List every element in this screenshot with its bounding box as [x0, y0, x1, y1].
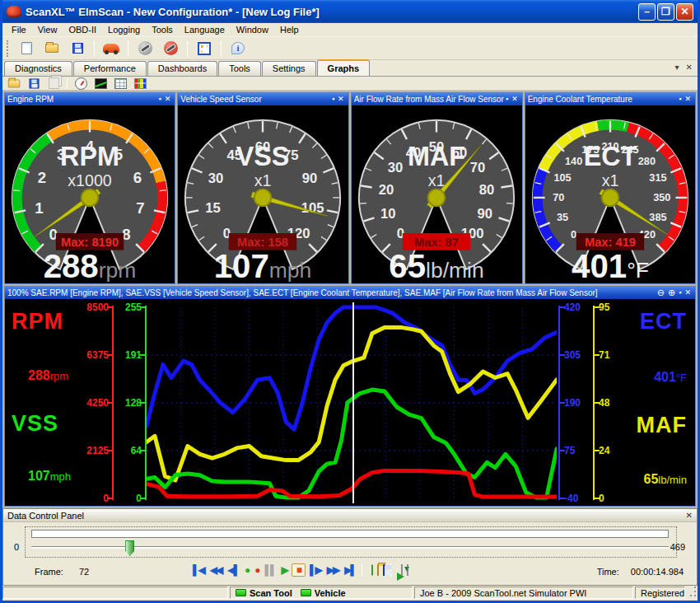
new-file-button[interactable]	[16, 39, 37, 58]
data-control-panel: Data Control Panel ✕ 0 469 Frame: 72 ▌◀◀…	[2, 508, 698, 586]
gauge-restore-icon[interactable]: ▪	[504, 94, 510, 105]
gauge-close-icon[interactable]: ✕	[336, 94, 346, 105]
table-view-icon	[114, 78, 127, 89]
gauge-titlebar[interactable]: Air Flow Rate from Mass Air Flow Sensor▪…	[352, 93, 522, 105]
tab-dashboards[interactable]: Dashboards	[147, 61, 217, 76]
tab-overflow-icon[interactable]: ▾	[675, 63, 679, 72]
tab-tools[interactable]: Tools	[218, 61, 261, 76]
dcp-titlebar[interactable]: Data Control Panel ✕	[3, 509, 697, 522]
dcp-close-icon[interactable]: ✕	[686, 511, 693, 520]
save-log-button[interactable]	[383, 565, 385, 575]
tab-performance[interactable]: Performance	[73, 61, 147, 76]
vehicle-button[interactable]	[100, 39, 122, 58]
new-file-icon	[371, 564, 373, 576]
open-config-button[interactable]	[6, 76, 22, 91]
resize-grip[interactable]	[687, 587, 698, 599]
minimize-button[interactable]: –	[638, 3, 656, 21]
svg-text:20: 20	[379, 182, 394, 198]
log-grid-button[interactable]	[407, 565, 408, 575]
copy-button[interactable]	[45, 76, 62, 91]
gauge-titlebar[interactable]: Vehicle Speed Sensor▪✕	[178, 93, 348, 105]
gauge-close-icon[interactable]: ✕	[683, 94, 693, 105]
svg-text:2: 2	[38, 169, 46, 186]
open-log-button[interactable]	[377, 565, 379, 575]
log-overview-bar[interactable]	[31, 530, 669, 538]
gauge-maf: 0102030405060708090100MAFx1Max: 8765lb/m…	[353, 107, 520, 282]
graph-close-icon[interactable]: ✕	[683, 287, 693, 298]
skip-first-button[interactable]: ▌◀	[191, 563, 206, 577]
menu-tools[interactable]: Tools	[146, 24, 179, 35]
svg-text:7: 7	[137, 199, 145, 217]
new-log-button[interactable]	[371, 565, 373, 575]
gauge-titlebar[interactable]: Engine Coolant Temperature▪✕	[525, 93, 695, 105]
skip-last-button[interactable]: ▶▌	[343, 563, 357, 577]
play-button[interactable]: ▶	[279, 563, 288, 577]
tabstrip-close-icon[interactable]: ✕	[686, 63, 693, 72]
open-file-button[interactable]	[41, 39, 63, 58]
rpm-tick-label: 8500	[81, 302, 109, 313]
save-config-button[interactable]	[26, 76, 42, 91]
svg-text:1: 1	[35, 199, 43, 217]
transport-controls: ▌◀◀◀◀▌●●▌▌▶■▌▶▶▶▶▌	[191, 563, 408, 577]
gauge-restore-icon[interactable]: ▪	[330, 94, 336, 105]
rpm-tick-label: 4250	[81, 397, 109, 409]
zoom-out-icon[interactable]: ⊖	[656, 287, 666, 298]
step-back-button[interactable]: ◀▌	[226, 563, 240, 577]
connect-button[interactable]	[134, 39, 156, 58]
menu-window[interactable]: Window	[231, 24, 274, 35]
rpm-legend-label: RPM	[12, 309, 63, 334]
graphs-toolbar	[2, 77, 698, 91]
ect-tick-label: 305	[564, 349, 597, 361]
graph-titlebar[interactable]: 100% SAE.RPM [Engine RPM], SAE.VSS [Vehi…	[5, 287, 695, 299]
connection-status-panel: Scan Tool Vehicle	[230, 587, 413, 599]
gauge-view-button[interactable]	[72, 76, 89, 91]
export-log-button[interactable]	[401, 565, 403, 575]
menu-obdii[interactable]: OBD-II	[63, 24, 102, 35]
graph-view-button[interactable]	[92, 76, 109, 91]
menu-help[interactable]: Help	[274, 24, 305, 35]
fast-forward-button[interactable]: ▶▶	[325, 563, 340, 577]
menu-file[interactable]: File	[6, 24, 32, 35]
series-sae-maf	[147, 327, 557, 480]
menu-logging[interactable]: Logging	[102, 24, 146, 35]
pause-button[interactable]: ▌▌	[263, 563, 277, 577]
close-button[interactable]: ✕	[676, 3, 693, 21]
svg-text:VSS: VSS	[236, 142, 290, 171]
layout-icon	[198, 42, 211, 55]
vehicle-status: Vehicle	[315, 588, 346, 598]
stop-button[interactable]: ■	[295, 563, 302, 577]
graph-plot[interactable]	[147, 299, 557, 506]
dashboard-view-button[interactable]	[132, 76, 148, 91]
record-sensor-button[interactable]: ●	[243, 563, 250, 577]
tab-diagnostics[interactable]: Diagnostics	[4, 61, 72, 76]
rewind-button[interactable]: ◀◀	[208, 563, 223, 577]
maximize-button[interactable]: ❐	[657, 3, 674, 21]
graph-restore-icon[interactable]: ▪	[677, 287, 683, 298]
tab-settings[interactable]: Settings	[262, 61, 316, 76]
step-forward-button[interactable]: ▌▶	[308, 563, 323, 577]
record-button[interactable]: ●	[253, 563, 260, 577]
dcp-title: Data Control Panel	[7, 511, 686, 521]
ect-tick-label: -40	[564, 493, 597, 504]
svg-text:385: 385	[649, 211, 666, 223]
ect-tick-label: 420	[564, 302, 597, 313]
menu-language[interactable]: Language	[179, 24, 231, 35]
info-button[interactable]: i	[227, 39, 249, 58]
info-icon: i	[231, 42, 245, 54]
menu-view[interactable]: View	[32, 24, 63, 35]
gauge-restore-icon[interactable]: ▪	[677, 94, 683, 105]
zoom-in-icon[interactable]: ⊕	[666, 287, 677, 298]
gauge-restore-icon[interactable]: ▪	[157, 94, 163, 105]
window-layout-button[interactable]	[194, 39, 215, 58]
gauge-close-icon[interactable]: ✕	[510, 94, 520, 105]
save-icon	[29, 78, 39, 88]
maf-tick-label: 71	[599, 349, 632, 361]
tab-graphs[interactable]: Graphs	[317, 59, 371, 76]
gauge-close-icon[interactable]: ✕	[163, 94, 173, 105]
disconnect-button[interactable]	[160, 39, 181, 58]
table-view-button[interactable]	[112, 76, 128, 91]
save-file-button[interactable]	[67, 39, 88, 58]
gauge-titlebar[interactable]: Engine RPM▪✕	[5, 93, 175, 105]
tabstrip: DiagnosticsPerformanceDashboardsToolsSet…	[2, 60, 698, 77]
car-icon	[103, 44, 119, 53]
